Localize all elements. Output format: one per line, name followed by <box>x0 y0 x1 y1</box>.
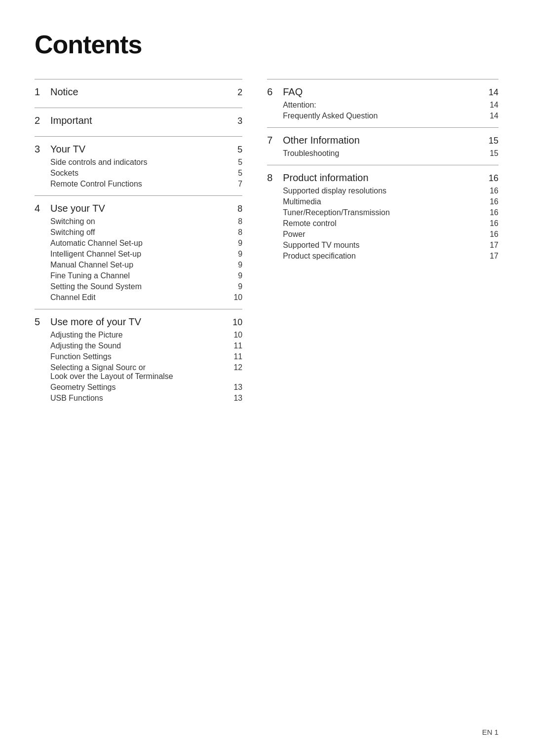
sub-page-8-4: 16 <box>490 230 498 239</box>
section-page-5: 10 <box>232 317 242 328</box>
sub-page-4-6: 9 <box>238 282 242 291</box>
sub-page-5-0: 10 <box>233 331 242 340</box>
toc-sub-row-3-0: Side controls and indicators5 <box>35 158 242 167</box>
sub-label-3-1: Sockets <box>50 169 78 178</box>
toc-sub-row-4-2: Automatic Channel Set-up9 <box>35 239 242 248</box>
sub-label-8-4: Power <box>283 230 305 239</box>
sub-label-3-0: Side controls and indicators <box>50 158 148 167</box>
toc-sub-row-5-1: Adjusting the Sound11 <box>35 341 242 350</box>
sub-label-5-5: USB Functions <box>50 394 103 403</box>
sub-label-8-1: Multimedia <box>283 197 321 206</box>
section-number-8: 8 <box>267 172 276 184</box>
section-page-2: 3 <box>237 116 242 126</box>
sub-page-8-6: 17 <box>490 252 498 261</box>
toc-section-3: 3Your TV5Side controls and indicators5So… <box>35 136 242 195</box>
sub-label-4-1: Switching off <box>50 228 95 237</box>
sub-page-8-0: 16 <box>490 187 498 195</box>
toc-sub-row-8-3: Remote control16 <box>267 219 498 228</box>
toc-section-1: 1Notice2 <box>35 79 242 108</box>
toc-sub-row-6-0: Attention:14 <box>267 101 498 110</box>
toc-main-row-2: 2Important3 <box>35 115 242 126</box>
toc-main-row-1: 1Notice2 <box>35 86 242 98</box>
sub-label-5-4: Geometry Settings <box>50 383 116 392</box>
page-title: Contents <box>35 30 498 59</box>
section-title-4: Use your TV <box>50 203 105 214</box>
sub-page-5-4: 13 <box>233 383 242 392</box>
toc-section-7: 7Other Information15Troubleshooting15 <box>267 127 498 165</box>
toc-sub-row-5-2: Function Settings11 <box>35 352 242 361</box>
sub-label-4-6: Setting the Sound System <box>50 282 142 291</box>
toc-sub-row-3-1: Sockets5 <box>35 169 242 178</box>
sub-page-4-7: 10 <box>233 293 242 302</box>
section-number-7: 7 <box>267 135 276 146</box>
toc-section-2: 2Important3 <box>35 108 242 136</box>
toc-container: 1Notice22Important33Your TV5Side control… <box>35 79 498 410</box>
toc-section-4: 4Use your TV8Switching on8Switching off8… <box>35 195 242 309</box>
sub-label-4-4: Manual Channel Set-up <box>50 261 133 269</box>
toc-sub-row-4-7: Channel Edit10 <box>35 293 242 302</box>
sub-page-5-1: 11 <box>233 341 242 350</box>
sub-label-4-5: Fine Tuning a Channel <box>50 271 130 280</box>
sub-label-5-1: Adjusting the Sound <box>50 341 121 350</box>
sub-label-8-6: Product specification <box>283 252 356 261</box>
sub-page-6-1: 14 <box>490 112 498 120</box>
sub-page-8-1: 16 <box>490 197 498 206</box>
section-title-7: Other Information <box>283 135 360 146</box>
toc-sub-row-8-2: Tuner/Reception/Transmission16 <box>267 208 498 217</box>
section-number-5: 5 <box>35 316 43 328</box>
sub-page-8-5: 17 <box>490 241 498 250</box>
section-page-8: 16 <box>489 173 498 184</box>
section-number-3: 3 <box>35 144 43 155</box>
sub-page-3-1: 5 <box>238 169 242 178</box>
section-title-8: Product information <box>283 172 368 184</box>
sub-page-4-3: 9 <box>238 250 242 259</box>
section-title-2: Important <box>50 115 92 126</box>
sub-label-3-2: Remote Control Functions <box>50 180 142 189</box>
section-number-4: 4 <box>35 203 43 214</box>
sub-page-5-5: 13 <box>233 394 242 403</box>
sub-page-3-0: 5 <box>238 158 242 167</box>
toc-sub-row-4-6: Setting the Sound System9 <box>35 282 242 291</box>
sub-label-5-2: Function Settings <box>50 352 112 361</box>
section-title-3: Your TV <box>50 144 85 155</box>
toc-right: 6FAQ14Attention:14Frequently Asked Quest… <box>257 79 498 410</box>
toc-sub-row-4-3: Intelligent Channel Set-up9 <box>35 250 242 259</box>
toc-sub-row-6-1: Frequently Asked Question14 <box>267 112 498 120</box>
toc-main-row-3: 3Your TV5 <box>35 144 242 155</box>
sub-label-4-2: Automatic Channel Set-up <box>50 239 143 248</box>
sub-page-4-2: 9 <box>238 239 242 248</box>
section-page-4: 8 <box>237 204 242 214</box>
toc-sub-row-5-4: Geometry Settings13 <box>35 383 242 392</box>
toc-main-row-7: 7Other Information15 <box>267 135 498 146</box>
section-title-1: Notice <box>50 86 78 98</box>
toc-section-5: 5Use more of your TV10Adjusting the Pict… <box>35 309 242 410</box>
sub-label-6-1: Frequently Asked Question <box>283 112 378 120</box>
sub-page-6-0: 14 <box>490 101 498 110</box>
toc-sub-row-8-1: Multimedia16 <box>267 197 498 206</box>
toc-sub-row-4-0: Switching on8 <box>35 217 242 226</box>
toc-sub-row-8-5: Supported TV mounts17 <box>267 241 498 250</box>
sub-page-4-5: 9 <box>238 271 242 280</box>
sub-label-4-7: Channel Edit <box>50 293 96 302</box>
toc-left: 1Notice22Important33Your TV5Side control… <box>35 79 257 410</box>
section-page-1: 2 <box>237 87 242 98</box>
toc-sub-row-4-5: Fine Tuning a Channel9 <box>35 271 242 280</box>
section-number-2: 2 <box>35 115 43 126</box>
toc-sub-row-8-4: Power16 <box>267 230 498 239</box>
section-title-6: FAQ <box>283 86 303 98</box>
section-number-1: 1 <box>35 86 43 98</box>
toc-sub-row-3-2: Remote Control Functions7 <box>35 180 242 189</box>
sub-label-7-0: Troubleshooting <box>283 149 339 158</box>
sub-page-8-3: 16 <box>490 219 498 228</box>
sub-label-5-0: Adjusting the Picture <box>50 331 123 340</box>
footer: EN 1 <box>482 728 498 736</box>
toc-main-row-6: 6FAQ14 <box>267 86 498 98</box>
sub-page-7-0: 15 <box>490 149 498 158</box>
sub-label-8-0: Supported display resolutions <box>283 187 386 195</box>
section-number-6: 6 <box>267 86 276 98</box>
toc-sub-row-4-4: Manual Channel Set-up9 <box>35 261 242 269</box>
toc-sub-row-5-0: Adjusting the Picture10 <box>35 331 242 340</box>
section-title-5: Use more of your TV <box>50 316 141 328</box>
sub-page-5-2: 11 <box>233 352 242 361</box>
sub-label-4-0: Switching on <box>50 217 95 226</box>
